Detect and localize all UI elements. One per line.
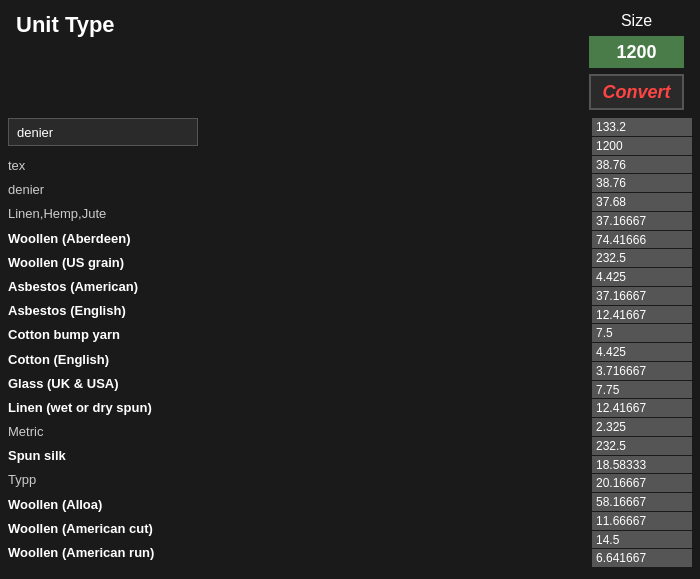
convert-button[interactable]: Convert — [589, 74, 684, 110]
value-bar: 232.5 — [592, 437, 692, 455]
value-bar: 58.16667 — [592, 493, 692, 511]
value-bar: 18.58333 — [592, 456, 692, 474]
value-bar: 4.425 — [592, 268, 692, 286]
unit-item[interactable]: Metric — [8, 420, 584, 444]
unit-item[interactable]: Woollen (American cut) — [8, 517, 584, 541]
value-bar: 38.76 — [592, 174, 692, 192]
value-bar: 38.76 — [592, 156, 692, 174]
unit-item[interactable]: Woollen (US grain) — [8, 251, 584, 275]
value-bar: 6.641667 — [592, 549, 692, 567]
value-bar: 12.41667 — [592, 399, 692, 417]
unit-list: texdenierLinen,Hemp,JuteWoollen (Aberdee… — [8, 154, 584, 567]
unit-item[interactable]: denier — [8, 178, 584, 202]
value-bar: 7.75 — [592, 381, 692, 399]
value-bar: 2.325 — [592, 418, 692, 436]
value-bar: 232.5 — [592, 249, 692, 267]
value-bar: 37.16667 — [592, 287, 692, 305]
value-bar: 1200 — [592, 137, 692, 155]
unit-item[interactable]: tex — [8, 154, 584, 178]
value-bar: 4.425 — [592, 343, 692, 361]
unit-item[interactable]: Linen (wet or dry spun) — [8, 396, 584, 420]
value-bar: 20.16667 — [592, 474, 692, 492]
unit-item[interactable]: Asbestos (American) — [8, 275, 584, 299]
value-bar: 14.5 — [592, 531, 692, 549]
size-section: Size Convert — [589, 12, 684, 110]
value-bar: 11.66667 — [592, 512, 692, 530]
unit-item[interactable]: Woollen (Aberdeen) — [8, 227, 584, 251]
content: texdenierLinen,Hemp,JuteWoollen (Aberdee… — [0, 118, 700, 567]
value-bar: 37.16667 — [592, 212, 692, 230]
value-bar: 12.41667 — [592, 306, 692, 324]
value-bar: 74.41666 — [592, 231, 692, 249]
header: Unit Type Size Convert — [0, 0, 700, 118]
value-bar: 7.5 — [592, 324, 692, 342]
unit-type-label: Unit Type — [16, 12, 115, 38]
unit-item[interactable]: Cotton (English) — [8, 348, 584, 372]
value-bar: 133.2 — [592, 118, 692, 136]
value-bar: 37.68 — [592, 193, 692, 211]
value-bar: 3.716667 — [592, 362, 692, 380]
left-column: texdenierLinen,Hemp,JuteWoollen (Aberdee… — [8, 118, 592, 567]
unit-type-input[interactable] — [8, 118, 198, 146]
right-column: 133.2120038.7638.7637.6837.1666774.41666… — [592, 118, 692, 567]
unit-item[interactable]: Glass (UK & USA) — [8, 372, 584, 396]
unit-item[interactable]: Cotton bump yarn — [8, 323, 584, 347]
size-input[interactable] — [589, 36, 684, 68]
unit-item[interactable]: Typp — [8, 468, 584, 492]
size-label: Size — [621, 12, 652, 30]
unit-item[interactable]: Linen,Hemp,Jute — [8, 202, 584, 226]
unit-item[interactable]: Asbestos (English) — [8, 299, 584, 323]
unit-item[interactable]: Woollen (Alloa) — [8, 493, 584, 517]
unit-item[interactable]: Spun silk — [8, 444, 584, 468]
unit-item[interactable]: Woollen (American run) — [8, 541, 584, 565]
unit-item[interactable]: Woollen (Dewsbury) — [8, 565, 584, 567]
